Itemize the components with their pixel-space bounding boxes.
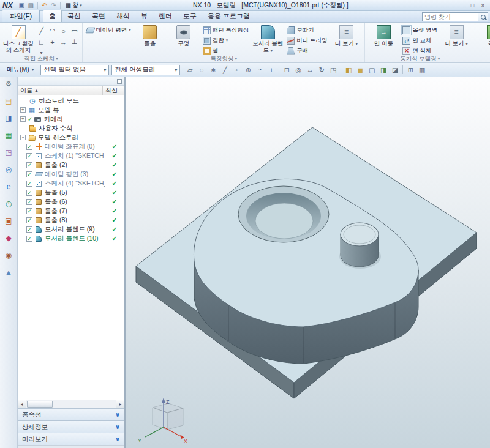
tree-item[interactable]: ✓데이텀 좌표계 (0)✔ xyxy=(18,142,124,151)
pattern-feature-button[interactable]: 패턴 특징형상 xyxy=(202,25,251,35)
minimize-button[interactable]: – xyxy=(458,1,467,9)
system-scene-icon[interactable]: ▲ xyxy=(3,267,14,277)
quadrant-snap-icon[interactable]: ◔ xyxy=(254,65,265,75)
cylinder-boss[interactable] xyxy=(339,223,381,269)
tree-item[interactable]: -모델 히스토리 xyxy=(18,133,124,142)
extrude-button[interactable]: 돌출 xyxy=(134,24,166,47)
zoom-view-icon[interactable]: ◎ xyxy=(293,65,304,75)
tree-item[interactable]: ✓스케치 (1) "SKETCH_...✔ xyxy=(18,151,124,160)
counterbore-hole[interactable] xyxy=(238,186,329,242)
tree-item[interactable]: ✓모서리 블렌드 (9)✔ xyxy=(18,225,124,234)
studio-render-icon[interactable]: ◨ xyxy=(378,65,389,75)
navigation-gear-icon[interactable]: ⚙ xyxy=(3,79,14,89)
intersection-snap-icon[interactable]: + xyxy=(266,65,277,75)
part-navigator-icon[interactable]: ▦ xyxy=(3,130,14,140)
tab-응용 프로그램[interactable]: 응용 프로그램 xyxy=(202,10,255,22)
panel-dependencies[interactable]: 종속성 ∨ xyxy=(18,408,124,420)
tab-뷰[interactable]: 뷰 xyxy=(135,10,153,22)
section-view-icon[interactable]: ◪ xyxy=(390,65,401,75)
column-header-status[interactable]: 최신 xyxy=(102,86,124,95)
shaded-icon[interactable]: ◼ xyxy=(355,65,366,75)
viewport-3d[interactable]: Z X Y xyxy=(126,77,490,448)
tab-해석[interactable]: 해석 xyxy=(111,10,135,22)
edge-blend-button[interactable]: 모서리 블렌드 ▾ xyxy=(252,24,284,54)
selection-scope-dropdown[interactable]: 전체 어셈블리 xyxy=(111,65,180,75)
unite-button[interactable]: 결합 ▾ xyxy=(202,35,251,45)
surface-button[interactable]: 곡면 xyxy=(478,24,490,47)
hole-button[interactable]: 구멍 xyxy=(168,24,200,47)
constraint-icon[interactable]: ⊥ xyxy=(69,37,80,47)
end-point-snap-icon[interactable]: ╱ xyxy=(219,65,230,75)
snap-point-icon[interactable]: ∗ xyxy=(208,65,219,75)
tree-expander[interactable]: + xyxy=(20,107,26,113)
window-menu-button[interactable]: ▦ 창 ▾ xyxy=(64,1,84,10)
tree-item[interactable]: ✓데이텀 평면 (3)✔ xyxy=(18,170,124,179)
tree-item[interactable]: 사용자 수식 xyxy=(18,124,124,133)
history-icon[interactable]: ◷ xyxy=(3,199,14,209)
draft-button[interactable]: 구배 xyxy=(285,46,328,56)
menu-button[interactable]: 메뉴(M) xyxy=(2,64,38,75)
shaded-with-edges-icon[interactable]: ◧ xyxy=(343,65,354,75)
group-label-feature[interactable]: 특징형상 ▾ xyxy=(83,55,364,62)
tab-곡면[interactable]: 곡면 xyxy=(86,10,111,22)
arc-center-snap-icon[interactable]: ⊕ xyxy=(243,65,254,75)
manufacturing-wizard-icon[interactable]: ◆ xyxy=(3,233,14,243)
roles-icon[interactable]: ◉ xyxy=(3,250,14,260)
save-icon[interactable]: ▣ xyxy=(17,1,26,10)
tab-렌더[interactable]: 렌더 xyxy=(153,10,178,22)
scroll-left-icon[interactable]: ◂ xyxy=(18,400,26,408)
circle-icon[interactable]: ○ xyxy=(58,26,69,36)
selection-filter-dropdown[interactable]: 선택 필터 없음 xyxy=(40,65,109,75)
panel-pin-icon[interactable] xyxy=(117,79,122,84)
wireframe-icon[interactable]: ▢ xyxy=(366,65,377,75)
work-plane-icon[interactable]: ⊞ xyxy=(405,65,416,75)
graphics-window[interactable]: Z X Y xyxy=(126,77,490,448)
feature-checkbox[interactable]: ✓ xyxy=(26,171,32,177)
feature-checkbox[interactable]: ✓ xyxy=(26,208,32,214)
process-studio-icon[interactable]: ▣ xyxy=(3,216,14,226)
constraint-navigator-icon[interactable]: ◨ xyxy=(3,113,14,123)
lasso-select-icon[interactable]: ◌ xyxy=(196,65,207,75)
tree-item[interactable]: ✓돌출 (7)✔ xyxy=(18,206,124,215)
redo-icon[interactable]: ↷ xyxy=(49,1,58,10)
feature-checkbox[interactable]: ✓ xyxy=(26,144,32,150)
feature-more-button[interactable]: 더 보기 ▾ xyxy=(330,24,362,47)
fit-view-icon[interactable]: ⊡ xyxy=(281,65,292,75)
print-icon[interactable]: ▤ xyxy=(26,1,36,10)
feature-checkbox[interactable]: ✓ xyxy=(26,153,32,159)
rectangle-icon[interactable]: ▭ xyxy=(69,26,80,36)
tab-도구[interactable]: 도구 xyxy=(178,10,202,22)
tree-item[interactable]: ✓돌출 (2)✔ xyxy=(18,160,124,170)
feature-checkbox[interactable]: ✓ xyxy=(26,190,32,196)
tree-item[interactable]: +✓카메라 xyxy=(18,114,124,124)
feature-checkbox[interactable]: ✓ xyxy=(26,217,32,223)
tree-item[interactable]: ✓돌출 (8)✔ xyxy=(18,215,124,225)
undo-icon[interactable]: ↶ xyxy=(40,1,49,10)
offset-region-button[interactable]: 옵셋 영역 xyxy=(401,25,439,35)
fillet-icon[interactable]: ∟ xyxy=(36,37,47,47)
group-label-direct-sketch[interactable]: 직접 스케치 ▾ xyxy=(0,55,82,62)
close-button[interactable]: × xyxy=(478,1,488,9)
point-icon[interactable]: + xyxy=(47,37,58,47)
tree-item[interactable]: ✓모서리 블렌드 (10)✔ xyxy=(18,234,124,243)
file-menu-button[interactable]: 파일(F) xyxy=(2,10,40,22)
mid-point-snap-icon[interactable]: ◦ xyxy=(231,65,242,75)
dimension-icon[interactable]: ↔ xyxy=(58,37,69,47)
web-browser-icon[interactable]: e xyxy=(3,182,14,192)
horizontal-scrollbar[interactable]: ◂ ▸ xyxy=(18,400,124,408)
feature-checkbox[interactable]: ✓ xyxy=(26,236,32,242)
group-label-synchronous[interactable]: 동기식 모델링 ▾ xyxy=(365,55,475,62)
reuse-library-icon[interactable]: ◳ xyxy=(3,147,14,157)
replace-face-button[interactable]: 면 교체 xyxy=(401,35,439,45)
tree-expander[interactable]: + xyxy=(20,116,26,122)
profile-icon[interactable]: ╱ xyxy=(36,26,47,36)
tree-expander[interactable]: - xyxy=(20,135,26,140)
trim-body-button[interactable]: 바디 트리밍 xyxy=(285,35,328,45)
sketch-task-button[interactable]: 타스크 환경의 스케치 xyxy=(2,24,34,54)
hd3d-tools-icon[interactable]: ◎ xyxy=(3,165,14,174)
maximize-button[interactable]: □ xyxy=(468,1,477,9)
panel-preview[interactable]: 미리보기 ∨ xyxy=(18,433,124,445)
feature-checkbox[interactable]: ✓ xyxy=(26,162,32,168)
move-face-button[interactable]: 면 이동 xyxy=(368,24,399,47)
feature-checkbox[interactable]: ✓ xyxy=(26,199,32,205)
